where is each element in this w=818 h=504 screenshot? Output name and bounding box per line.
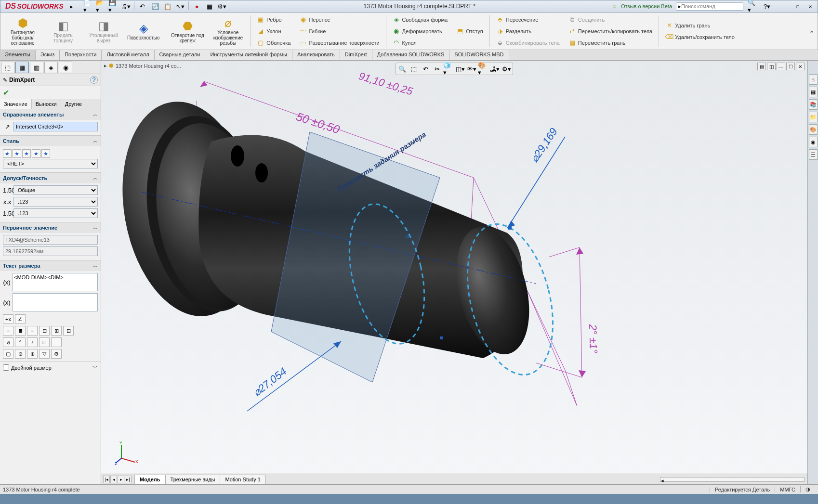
status-units[interactable]: ММГС — [775, 487, 800, 492]
justify-2[interactable]: ⊞ — [51, 326, 62, 336]
graphics-viewport[interactable]: ▸ ⬢ 1373 Motor Housing r4 co... 🔍 ⬚ ↶ ✂ … — [101, 61, 807, 484]
sym-c5[interactable]: ⚙ — [51, 349, 62, 359]
thread-button[interactable]: ⌀ Условное изображение резьбы — [208, 13, 248, 49]
reference-input[interactable] — [13, 122, 98, 131]
surface-cut-button[interactable]: ◈ Поверхностью — [124, 13, 163, 49]
freeform-button[interactable]: ◈Свободная форма — [390, 14, 450, 25]
sym-dia[interactable]: ⌀ — [3, 337, 13, 347]
maximize-button[interactable]: ☐ — [792, 2, 803, 11]
fav-5[interactable]: ★ — [41, 149, 50, 158]
flex-button[interactable]: 〰Гибкие — [297, 26, 382, 37]
ribbon-overflow[interactable]: » — [808, 27, 816, 36]
dim-text-above[interactable]: <MOD-DIAM><DIM> — [13, 273, 98, 291]
sym-sq[interactable]: □ — [39, 337, 50, 347]
precision1-select[interactable]: .123 — [13, 197, 98, 207]
deform-button[interactable]: ◉Деформировать — [390, 26, 450, 37]
subtab-value[interactable]: Значение — [0, 99, 32, 109]
tp-view-palette[interactable]: 🎨 — [809, 124, 818, 135]
tab-last[interactable]: ▸| — [125, 476, 132, 483]
pm-ok-button[interactable]: ✔ — [3, 89, 9, 97]
dim-text-header[interactable]: Текст размера︿ — [0, 260, 101, 271]
split-button[interactable]: ⬗Разделить — [494, 26, 562, 37]
new-button[interactable]: 📄▾ — [83, 1, 93, 11]
subtab-other[interactable]: Другие — [61, 99, 86, 109]
btn-plus[interactable]: +x — [3, 314, 13, 324]
sym-pm[interactable]: ± — [27, 337, 38, 347]
options-button[interactable]: 📋 — [162, 1, 173, 11]
flatten-button[interactable]: ▭Развертывание поверхности — [297, 38, 382, 48]
sym-c4[interactable]: ▽ — [39, 349, 50, 359]
select-button[interactable]: ↖▾ — [175, 1, 185, 11]
btn-angle[interactable]: ∠ — [15, 314, 26, 324]
dim-text-below[interactable] — [13, 293, 98, 311]
settings-button[interactable]: ⚙▾ — [217, 1, 227, 11]
delete-body-button[interactable]: ⌫Удалить/сохранить тело — [663, 32, 737, 42]
pm-help-button[interactable]: ? — [90, 76, 98, 84]
tab-sheetmetal[interactable]: Листовой металл — [102, 50, 154, 60]
pm-tab-config[interactable]: ▥ — [30, 62, 43, 73]
tab-surfaces[interactable]: Поверхности — [60, 50, 102, 60]
breadcrumb-label[interactable]: 1373 Motor Housing r4 co... — [116, 63, 181, 69]
tab-weldments[interactable]: Сварные детали — [155, 50, 206, 60]
help-button[interactable]: ?▾ — [762, 1, 772, 11]
style-select[interactable]: <НЕТ> — [3, 159, 98, 168]
pm-tab-dimxpert[interactable]: ◈ — [44, 62, 58, 73]
macro-button[interactable]: ▦ — [204, 1, 215, 11]
precision2-select[interactable]: .123 — [13, 208, 98, 218]
tolerance-header[interactable]: Допуск/Точность︿ — [0, 173, 101, 183]
open-button[interactable]: 📂▾ — [95, 1, 106, 11]
tab-sketch[interactable]: Эскиз — [36, 50, 60, 60]
text-below-icon[interactable]: (x) — [3, 299, 11, 306]
wrap-button[interactable]: ◉Перенос — [297, 14, 382, 25]
btab-model[interactable]: Модель — [134, 475, 166, 484]
justify-right[interactable]: ≡ — [27, 326, 38, 336]
rebuild-button[interactable]: 🔃 — [150, 1, 160, 11]
style-header[interactable]: Стиль︿ — [0, 136, 101, 146]
search-commands[interactable]: ▸ — [676, 2, 743, 11]
tab-next[interactable]: ▸ — [118, 476, 124, 483]
move-copy-button[interactable]: ⇄Переместить/копировать тела — [566, 26, 655, 37]
extruded-boss-button[interactable]: ⬢ Вытянутая бобышка/основание — [2, 13, 43, 49]
justify-left[interactable]: ≡ — [3, 326, 13, 336]
record-button[interactable]: ● — [192, 1, 202, 11]
beta-feedback-link[interactable]: Отзыв о версии Beta — [621, 3, 672, 9]
draft-button[interactable]: ◢Уклон — [254, 26, 293, 37]
justify-1[interactable]: ⊟ — [39, 326, 50, 336]
justify-center[interactable]: ≣ — [15, 326, 26, 336]
tp-file-explorer[interactable]: 📁 — [809, 112, 818, 122]
tab-features[interactable]: Элементы — [0, 50, 36, 60]
text-above-icon[interactable]: (x) — [3, 279, 11, 286]
intersect-button[interactable]: ⬘Пересечение — [494, 14, 562, 25]
pm-tab-property[interactable]: ▦ — [15, 62, 29, 73]
tp-home[interactable]: ⌂ — [809, 74, 818, 85]
status-extra-icon[interactable]: ◑ — [800, 486, 815, 492]
fav-1[interactable]: ★ — [3, 149, 12, 158]
tp-custom-props[interactable]: ☰ — [809, 149, 818, 160]
bottom-scrollbar[interactable]: ◂ — [660, 477, 805, 482]
minimize-button[interactable]: — — [780, 2, 791, 11]
tab-addins[interactable]: Добавления SOLIDWORKS — [372, 50, 450, 60]
hole-wizard-button[interactable]: ⬣ Отверстие под крепеж — [167, 13, 208, 49]
save-button[interactable]: 💾▾ — [108, 1, 119, 11]
tp-design-lib[interactable]: 📚 — [809, 99, 818, 110]
shell-button[interactable]: ▢Оболочка — [254, 38, 293, 48]
tab-prev[interactable]: ◂ — [110, 476, 117, 483]
undo-button[interactable]: ↶ — [137, 1, 148, 11]
sym-c2[interactable]: ⊘ — [15, 349, 26, 359]
close-button[interactable]: ✕ — [805, 2, 816, 11]
indent-button[interactable]: ⬒Отступ — [454, 26, 486, 37]
tp-resources[interactable]: ▦ — [809, 87, 818, 97]
combine-button[interactable]: ⬙Скомбинировать тела — [494, 38, 562, 48]
search-input[interactable] — [681, 3, 741, 9]
dual-dim-checkbox[interactable] — [3, 364, 9, 371]
thicken-button[interactable]: ◧ Придать толщину — [43, 13, 83, 49]
tab-analyze[interactable]: Анализировать — [292, 50, 340, 60]
fav-3[interactable]: ★ — [22, 149, 31, 158]
thickened-cut-button[interactable]: ◨ Утолщенный вырез — [83, 13, 124, 49]
tolerance-type-select[interactable]: Общие — [13, 185, 98, 195]
tab-mbd[interactable]: SOLIDWORKS MBD — [449, 50, 509, 60]
tp-appearances[interactable]: ◉ — [809, 137, 818, 147]
search-icon[interactable]: 🔍▾ — [747, 1, 758, 11]
move-face-button[interactable]: ▤Переместить грань — [566, 38, 655, 48]
reference-header[interactable]: Справочные элементы︿ — [0, 109, 101, 120]
